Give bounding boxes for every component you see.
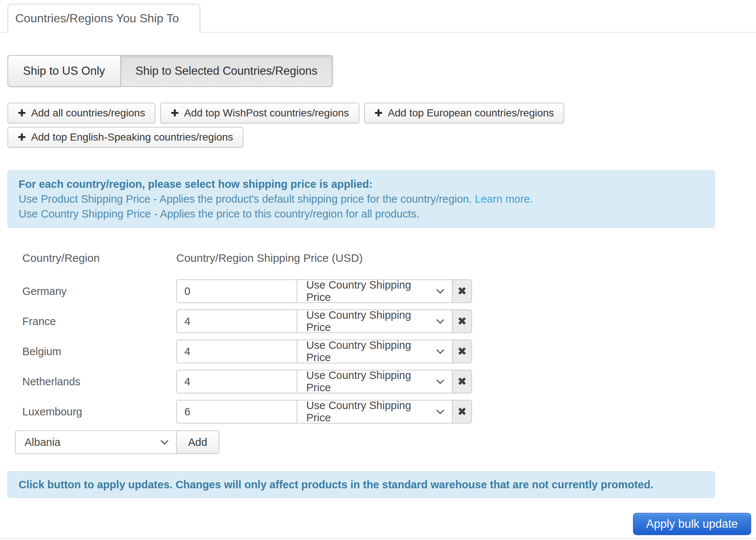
chevron-down-icon: [161, 437, 168, 444]
shipping-price-mode-value: Use Country Shipping Price: [306, 369, 437, 394]
country-dropdown[interactable]: Albania: [15, 430, 177, 454]
remove-country-button[interactable]: ✖: [452, 279, 472, 303]
quick-add-buttons: ✚ Add all countries/regions ✚ Add top Wi…: [7, 103, 565, 148]
info-product-shipping-text: Use Product Shipping Price - Applies the…: [19, 193, 472, 205]
plus-icon: ✚: [18, 132, 26, 142]
table-header-row: Country/Region Country/Region Shipping P…: [22, 252, 756, 264]
plus-icon: ✚: [375, 108, 383, 118]
country-label: Germany: [22, 285, 176, 298]
bottom-divider: [0, 538, 756, 539]
apply-row: Apply bulk update: [0, 513, 756, 535]
table-row: Luxembourg Use Country Shipping Price ✖: [22, 400, 756, 424]
tab-countries-regions-you-ship-to[interactable]: Countries/Regions You Ship To: [7, 4, 200, 33]
ship-to-selected-countries-button[interactable]: Ship to Selected Countries/Regions: [120, 55, 333, 87]
shipping-price-input[interactable]: [176, 370, 297, 393]
chevron-down-icon: [436, 286, 444, 293]
table-row: Germany Use Country Shipping Price ✖: [22, 279, 756, 303]
add-all-countries-button[interactable]: ✚ Add all countries/regions: [7, 103, 155, 123]
country-label: Luxembourg: [22, 406, 176, 418]
x-icon: ✖: [457, 406, 466, 417]
country-region-column-header: Country/Region: [22, 252, 176, 264]
chevron-down-icon: [436, 346, 444, 354]
shipping-price-mode-select[interactable]: Use Country Shipping Price: [297, 370, 453, 393]
country-label: Netherlands: [22, 376, 176, 388]
shipping-price-input[interactable]: [176, 279, 297, 303]
add-country-button[interactable]: Add: [176, 430, 219, 454]
table-row: France Use Country Shipping Price ✖: [22, 309, 756, 333]
add-top-wishpost-countries-label: Add top WishPost countries/regions: [184, 107, 349, 119]
add-top-european-countries-label: Add top European countries/regions: [388, 107, 554, 119]
ship-to-us-only-button[interactable]: Ship to US Only: [7, 55, 120, 87]
table-rows: Germany Use Country Shipping Price ✖ Fra…: [22, 279, 756, 424]
add-top-european-countries-button[interactable]: ✚ Add top European countries/regions: [364, 103, 565, 123]
shipping-price-mode-value: Use Country Shipping Price: [306, 339, 437, 364]
shipping-price-mode-value: Use Country Shipping Price: [306, 399, 437, 424]
shipping-price-mode-select[interactable]: Use Country Shipping Price: [297, 400, 453, 424]
apply-updates-note: Click button to apply updates. Changes w…: [7, 471, 715, 498]
country-shipping-table: Country/Region Country/Region Shipping P…: [22, 252, 756, 424]
tab-bar: Countries/Regions You Ship To: [0, 0, 756, 33]
shipping-price-info-box: For each country/region, please select h…: [7, 170, 715, 228]
add-top-english-speaking-countries-button[interactable]: ✚ Add top English-Speaking countries/reg…: [7, 127, 243, 148]
tab-title: Countries/Regions You Ship To: [15, 12, 179, 25]
table-row: Belgium Use Country Shipping Price ✖: [22, 340, 756, 363]
info-product-shipping-line: Use Product Shipping Price - Applies the…: [19, 192, 704, 206]
plus-icon: ✚: [18, 108, 26, 118]
plus-icon: ✚: [171, 108, 179, 118]
remove-country-button[interactable]: ✖: [452, 309, 472, 333]
chevron-down-icon: [436, 376, 444, 384]
country-dropdown-value: Albania: [25, 436, 61, 449]
shipping-price-mode-value: Use Country Shipping Price: [306, 279, 437, 303]
shipping-price-mode-value: Use Country Shipping Price: [306, 309, 437, 334]
info-country-shipping-line: Use Country Shipping Price - Applies the…: [19, 206, 704, 221]
table-row: Netherlands Use Country Shipping Price ✖: [22, 370, 756, 393]
x-icon: ✖: [457, 346, 466, 357]
country-label: France: [22, 315, 176, 328]
info-heading: For each country/region, please select h…: [19, 177, 704, 192]
ship-scope-toggle: Ship to US Only Ship to Selected Countri…: [7, 55, 333, 87]
add-top-wishpost-countries-button[interactable]: ✚ Add top WishPost countries/regions: [160, 103, 359, 123]
shipping-price-input[interactable]: [176, 400, 297, 424]
x-icon: ✖: [457, 286, 466, 297]
shipping-price-mode-select[interactable]: Use Country Shipping Price: [297, 340, 453, 363]
shipping-price-mode-select[interactable]: Use Country Shipping Price: [297, 309, 453, 333]
shipping-price-mode-select[interactable]: Use Country Shipping Price: [297, 279, 453, 303]
shipping-price-column-header: Country/Region Shipping Price (USD): [176, 252, 363, 264]
add-top-english-speaking-countries-label: Add top English-Speaking countries/regio…: [31, 131, 233, 143]
apply-bulk-update-button[interactable]: Apply bulk update: [633, 513, 751, 535]
remove-country-button[interactable]: ✖: [452, 370, 472, 393]
add-country-row: Albania Add: [15, 430, 756, 454]
shipping-price-input[interactable]: [176, 309, 297, 333]
country-label: Belgium: [22, 345, 176, 358]
chevron-down-icon: [436, 316, 444, 324]
learn-more-link[interactable]: Learn more.: [475, 193, 533, 205]
chevron-down-icon: [436, 406, 444, 414]
remove-country-button[interactable]: ✖: [452, 400, 472, 424]
x-icon: ✖: [457, 376, 466, 387]
remove-country-button[interactable]: ✖: [452, 340, 472, 363]
add-all-countries-label: Add all countries/regions: [31, 107, 145, 119]
x-icon: ✖: [457, 316, 466, 327]
shipping-price-input[interactable]: [176, 340, 297, 363]
